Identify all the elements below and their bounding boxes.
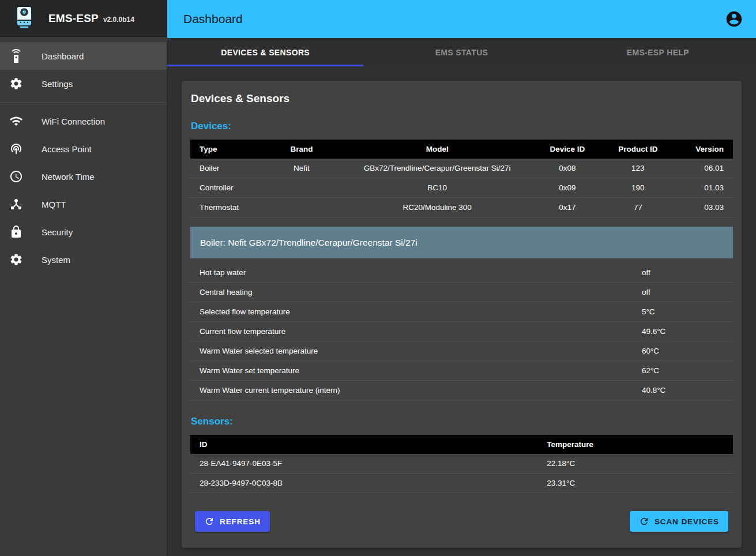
appbar: Dashboard: [167, 0, 756, 38]
device-row-controller[interactable]: Controller BC10 0x09 190 01.03: [190, 178, 733, 198]
sidebar-item-label: System: [42, 255, 70, 265]
sidebar-item-wifi-connection[interactable]: WiFi Connection: [0, 107, 167, 135]
tabbar: DEVICES & SENSORS EMS STATUS EMS-ESP HEL…: [167, 38, 756, 66]
sidebar-item-label: WiFi Connection: [42, 117, 105, 126]
column-header: Model: [342, 140, 532, 159]
column-header: Version: [673, 140, 733, 159]
sidebar-item-network-time[interactable]: Network Time: [0, 163, 167, 190]
column-header: Device ID: [532, 140, 603, 159]
panel-title: Devices & Sensors: [190, 92, 733, 105]
clock-icon: [9, 170, 23, 183]
column-header: Brand: [261, 140, 342, 159]
boiler-logo-icon: [13, 5, 36, 32]
tab-devices-sensors[interactable]: DEVICES & SENSORS: [167, 38, 363, 66]
tab-ems-esp-help[interactable]: EMS-ESP HELP: [560, 38, 756, 66]
sidebar-item-label: Security: [42, 227, 73, 237]
sidebar-item-settings[interactable]: Settings: [0, 70, 167, 97]
boiler-detail-row: Hot tap water off: [190, 263, 733, 283]
devices-table: Type Brand Model Device ID Product ID Ve…: [190, 140, 733, 217]
devices-sensors-panel: Devices & Sensors Devices: Type Brand Mo…: [182, 81, 742, 548]
column-header: Temperature: [537, 435, 733, 454]
scan-devices-button-label: SCAN DEVICES: [655, 517, 719, 526]
devices-heading: Devices:: [190, 121, 733, 132]
wifi-tethering-icon: [9, 142, 23, 156]
actions-row: REFRESH SCAN DEVICES: [190, 511, 733, 532]
app-name: EMS-ESP: [48, 12, 99, 25]
boiler-detail-row: Warm Water selected temperature 60°C: [190, 341, 733, 361]
sidebar-item-label: Network Time: [42, 172, 95, 182]
refresh-button[interactable]: REFRESH: [195, 511, 270, 532]
boiler-detail-row: Warm Water current temperature (intern) …: [190, 381, 733, 400]
content-area: Devices & Sensors Devices: Type Brand Mo…: [167, 66, 756, 556]
sensors-heading: Sensors:: [190, 416, 733, 427]
sensor-row: 28-EA41-9497-0E03-5F 22.18°C: [190, 454, 733, 474]
boiler-detail-row: Selected flow temperature 5°C: [190, 302, 733, 322]
devices-table-header-row: Type Brand Model Device ID Product ID Ve…: [190, 140, 733, 159]
boiler-details-table: Hot tap water off Central heating off Se…: [190, 263, 733, 400]
page-title: Dashboard: [183, 12, 243, 26]
remote-icon: [9, 49, 23, 63]
column-header: Type: [190, 140, 261, 159]
gear-icon: [9, 77, 23, 91]
main-column: Dashboard DEVICES & SENSORS EMS STATUS E…: [167, 0, 756, 556]
device-row-thermostat[interactable]: Thermostat RC20/Moduline 300 0x17 77 03.…: [190, 198, 733, 217]
column-header: Product ID: [603, 140, 673, 159]
sidebar-item-dashboard[interactable]: Dashboard: [0, 42, 167, 70]
app-version: v2.0.0b14: [103, 16, 134, 24]
sensors-table-header-row: ID Temperature: [190, 435, 733, 454]
sidebar-item-label: Settings: [42, 79, 73, 89]
boiler-banner: Boiler: Nefit GBx72/Trendline/Cerapur/Gr…: [190, 227, 733, 258]
refresh-icon: [639, 516, 649, 527]
boiler-detail-row: Warm Water set temperature 62°C: [190, 361, 733, 381]
refresh-button-label: REFRESH: [220, 517, 261, 526]
sidebar-item-label: Dashboard: [42, 51, 84, 61]
boiler-detail-row: Current flow temperature 49.6°C: [190, 322, 733, 341]
sidebar-nav: Dashboard Settings WiFi Connection Acc: [0, 37, 167, 273]
sensor-row: 28-233D-9497-0C03-8B 23.31°C: [190, 474, 733, 493]
sidebar-item-mqtt[interactable]: MQTT: [0, 190, 167, 218]
tab-ems-status[interactable]: EMS STATUS: [363, 38, 559, 66]
sidebar-divider: [0, 102, 167, 103]
sidebar-item-access-point[interactable]: Access Point: [0, 135, 167, 163]
sidebar-item-system[interactable]: System: [0, 246, 167, 273]
brand: EMS-ESP v2.0.0b14: [48, 12, 134, 25]
sidebar-item-label: Access Point: [42, 144, 92, 154]
wifi-icon: [9, 114, 23, 128]
sidebar-item-security[interactable]: Security: [0, 218, 167, 246]
sidebar-item-label: MQTT: [42, 200, 66, 209]
account-circle-icon[interactable]: [725, 10, 743, 28]
app-root: EMS-ESP v2.0.0b14 Dashboard Settings: [0, 0, 756, 556]
column-header: ID: [190, 435, 537, 454]
sidebar-header: EMS-ESP v2.0.0b14: [0, 0, 167, 37]
sensors-table: ID Temperature 28-EA41-9497-0E03-5F 22.1…: [190, 435, 733, 493]
device-hub-icon: [9, 197, 23, 211]
boiler-detail-row: Central heating off: [190, 283, 733, 302]
gear-icon: [9, 253, 23, 266]
device-row-boiler[interactable]: Boiler Nefit GBx72/Trendline/Cerapur/Gre…: [190, 159, 733, 178]
sidebar: EMS-ESP v2.0.0b14 Dashboard Settings: [0, 0, 167, 556]
refresh-icon: [204, 516, 215, 527]
scan-devices-button[interactable]: SCAN DEVICES: [630, 511, 728, 532]
lock-icon: [9, 225, 23, 239]
